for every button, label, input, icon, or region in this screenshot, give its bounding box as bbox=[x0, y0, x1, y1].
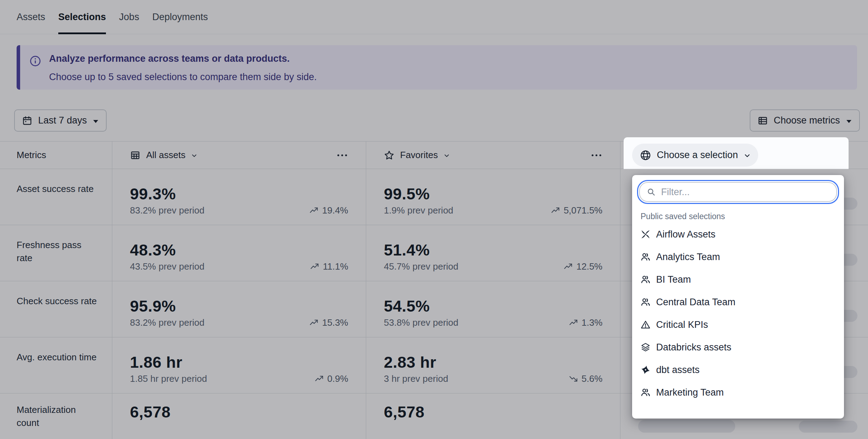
chevron-down-icon bbox=[743, 151, 751, 160]
airflow-icon bbox=[641, 229, 650, 239]
layers-icon bbox=[641, 342, 650, 352]
selection-column-header: Choose a selection bbox=[624, 137, 849, 169]
warning-icon bbox=[641, 320, 650, 330]
selection-item-marketing-team[interactable]: Marketing Team bbox=[637, 381, 839, 404]
choose-selection-label: Choose a selection bbox=[657, 150, 738, 161]
selection-item-label: Central Data Team bbox=[656, 297, 736, 308]
selection-item-label: Marketing Team bbox=[656, 387, 724, 398]
selection-item-central-data-team[interactable]: Central Data Team bbox=[637, 291, 839, 313]
selection-item-airflow-assets[interactable]: Airflow Assets bbox=[637, 223, 839, 246]
selection-item-bi-team[interactable]: BI Team bbox=[637, 268, 839, 291]
insights-page: Assets Selections Jobs Deployments Analy… bbox=[0, 0, 868, 439]
selection-item-databricks-assets[interactable]: Databricks assets bbox=[637, 336, 839, 359]
choose-selection-trigger[interactable]: Choose a selection bbox=[632, 144, 758, 167]
selection-popover: Public saved selections Airflow Asset bbox=[632, 175, 844, 419]
selection-item-dbt-assets[interactable]: dbt assets bbox=[637, 359, 839, 381]
globe-icon bbox=[640, 150, 651, 161]
filter-focus-ring bbox=[637, 180, 839, 204]
team-icon bbox=[641, 275, 650, 284]
filter-input[interactable] bbox=[661, 187, 816, 198]
selection-item-label: BI Team bbox=[656, 274, 691, 285]
team-icon bbox=[641, 297, 650, 307]
team-icon bbox=[641, 387, 650, 397]
selection-item-label: dbt assets bbox=[656, 365, 700, 375]
selection-item-label: Analytics Team bbox=[656, 252, 720, 263]
selection-item-analytics-team[interactable]: Analytics Team bbox=[637, 246, 839, 268]
selection-item-critical-kpis[interactable]: Critical KPIs bbox=[637, 313, 839, 336]
team-icon bbox=[641, 252, 650, 262]
selection-list: Airflow Assets Analytics Team bbox=[637, 223, 839, 404]
selection-item-label: Airflow Assets bbox=[656, 229, 715, 240]
selection-group-label: Public saved selections bbox=[641, 211, 839, 222]
selection-item-label: Critical KPIs bbox=[656, 319, 708, 330]
search-icon bbox=[646, 187, 656, 197]
selection-item-label: Databricks assets bbox=[656, 342, 731, 353]
dbt-icon bbox=[641, 365, 650, 375]
